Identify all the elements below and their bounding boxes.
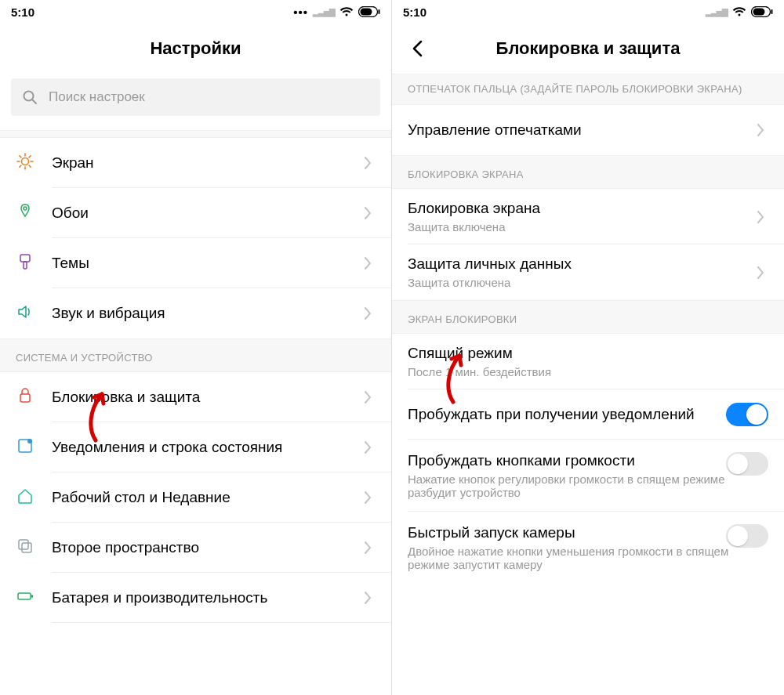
- row-wake-volume[interactable]: Пробуждать кнопками громкости Нажатие кн…: [392, 440, 784, 512]
- row-label: Звук и вибрация: [52, 305, 360, 322]
- chevron-left-icon: [412, 40, 423, 57]
- search-icon: [22, 89, 38, 105]
- more-icon: •••: [293, 5, 308, 19]
- chevron-right-icon: [360, 592, 376, 604]
- phone-right: 5:10 ▂▃▅▇ Блокировка и защита ОТПЕЧАТОК …: [392, 0, 784, 695]
- svg-rect-21: [22, 543, 31, 552]
- toggle-quick-camera[interactable]: [726, 524, 768, 548]
- section-header: СИСТЕМА И УСТРОЙСТВО: [0, 338, 391, 372]
- header: Настройки: [0, 24, 391, 74]
- row-sub: Защита включена: [408, 220, 753, 233]
- svg-rect-22: [18, 593, 31, 599]
- svg-line-13: [29, 156, 31, 157]
- svg-rect-25: [753, 9, 765, 16]
- row-sound[interactable]: Звук и вибрация: [0, 288, 391, 338]
- toggle-wake-volume[interactable]: [726, 452, 768, 476]
- signal-icon: ▂▃▅▇: [706, 8, 728, 16]
- chevron-right-icon: [360, 541, 376, 554]
- svg-line-4: [33, 100, 37, 104]
- back-button[interactable]: [408, 39, 426, 58]
- row-wallpaper[interactable]: Обои: [0, 188, 391, 238]
- row-quick-camera[interactable]: Быстрый запуск камеры Двойное нажатие кн…: [392, 512, 784, 584]
- row-sub: После 1 мин. бездействия: [408, 365, 768, 378]
- row-label: Батарея и производительность: [52, 589, 360, 606]
- battery-icon: [751, 6, 773, 17]
- status-time: 5:10: [403, 5, 426, 19]
- chevron-right-icon: [360, 207, 376, 219]
- row-label: Обои: [52, 205, 360, 222]
- search-input[interactable]: Поиск настроек: [11, 78, 380, 116]
- chevron-right-icon: [360, 391, 376, 404]
- row-label: Пробуждать кнопками громкости: [408, 452, 745, 469]
- chevron-right-icon: [753, 124, 768, 136]
- svg-point-3: [24, 92, 34, 101]
- status-icons: ▂▃▅▇: [706, 6, 773, 17]
- flower-icon: [16, 202, 34, 224]
- row-notifications[interactable]: Уведомления и строка состояния: [0, 422, 391, 472]
- row-label: Темы: [52, 255, 360, 272]
- row-sub: Нажатие кнопок регулировки громкости в с…: [408, 472, 745, 499]
- row-privacy[interactable]: Защита личных данных Защита отключена: [392, 244, 784, 300]
- row-label: Управление отпечатками: [408, 121, 753, 139]
- section-header: БЛОКИРОВКА ЭКРАНА: [392, 155, 784, 189]
- svg-rect-15: [20, 255, 30, 262]
- svg-rect-20: [19, 540, 28, 549]
- section-header: ЭКРАН БЛОКИРОВКИ: [392, 300, 784, 334]
- chevron-right-icon: [360, 157, 376, 169]
- signal-icon: ▂▃▅▇: [313, 8, 335, 16]
- page-title: Настройки: [150, 38, 241, 59]
- notification-icon: [16, 436, 34, 458]
- status-bar: 5:10 ▂▃▅▇: [392, 0, 784, 24]
- row-label: Второе пространство: [52, 539, 360, 556]
- header: Блокировка и защита: [392, 24, 784, 74]
- wifi-icon: [732, 6, 746, 17]
- row-second-space[interactable]: Второе пространство: [0, 523, 391, 573]
- svg-rect-23: [31, 595, 33, 598]
- row-battery[interactable]: Батарея и производительность: [0, 573, 391, 623]
- svg-rect-1: [361, 9, 372, 16]
- svg-rect-2: [379, 9, 380, 14]
- svg-line-12: [20, 165, 21, 167]
- row-label: Экран: [52, 154, 360, 172]
- svg-line-10: [20, 156, 21, 157]
- phone-left: 5:10 ••• ▂▃▅▇ Настройки Поиск настроек Э…: [0, 0, 392, 695]
- row-wake-notifications[interactable]: Пробуждать при получении уведомлений: [392, 389, 784, 440]
- status-icons: ••• ▂▃▅▇: [293, 5, 380, 19]
- row-label: Защита личных данных: [408, 255, 753, 273]
- row-label: Блокировка и защита: [52, 389, 360, 406]
- row-label: Пробуждать при получении уведомлений: [408, 406, 745, 423]
- row-themes[interactable]: Темы: [0, 238, 391, 288]
- section-header: ОТПЕЧАТОК ПАЛЬЦА (ЗАДАЙТЕ ПАРОЛЬ БЛОКИРО…: [392, 74, 784, 105]
- page-title: Блокировка и защита: [496, 38, 681, 59]
- row-home-recents[interactable]: Рабочий стол и Недавние: [0, 472, 391, 523]
- svg-point-5: [22, 158, 29, 165]
- sun-icon: [16, 152, 34, 174]
- svg-rect-16: [24, 262, 27, 269]
- svg-rect-17: [20, 394, 30, 402]
- row-sleep[interactable]: Спящий режим После 1 мин. бездействия: [392, 334, 784, 389]
- status-bar: 5:10 ••• ▂▃▅▇: [0, 0, 391, 24]
- row-fingerprint-manage[interactable]: Управление отпечатками: [392, 105, 784, 155]
- svg-point-19: [27, 439, 32, 443]
- chevron-right-icon: [360, 491, 376, 504]
- toggle-wake-notifications[interactable]: [726, 403, 768, 426]
- row-sub: Двойное нажатие кнопки уменьшения громко…: [408, 545, 745, 571]
- wifi-icon: [339, 6, 354, 17]
- copy-icon: [16, 537, 34, 559]
- home-icon: [16, 487, 34, 509]
- row-label: Рабочий стол и Недавние: [52, 489, 360, 506]
- row-lock-security[interactable]: Блокировка и защита: [0, 372, 391, 422]
- chevron-right-icon: [753, 266, 768, 279]
- chevron-right-icon: [360, 307, 376, 320]
- row-label: Уведомления и строка состояния: [52, 439, 360, 456]
- chevron-right-icon: [360, 257, 376, 270]
- row-display[interactable]: Экран: [0, 138, 391, 188]
- divider: [0, 130, 391, 138]
- svg-rect-26: [771, 9, 773, 14]
- chevron-right-icon: [753, 211, 768, 223]
- chevron-right-icon: [360, 441, 376, 454]
- row-label: Быстрый запуск камеры: [408, 524, 745, 541]
- battery-icon: [16, 587, 34, 609]
- row-screen-lock[interactable]: Блокировка экрана Защита включена: [392, 189, 784, 244]
- svg-point-14: [24, 207, 27, 210]
